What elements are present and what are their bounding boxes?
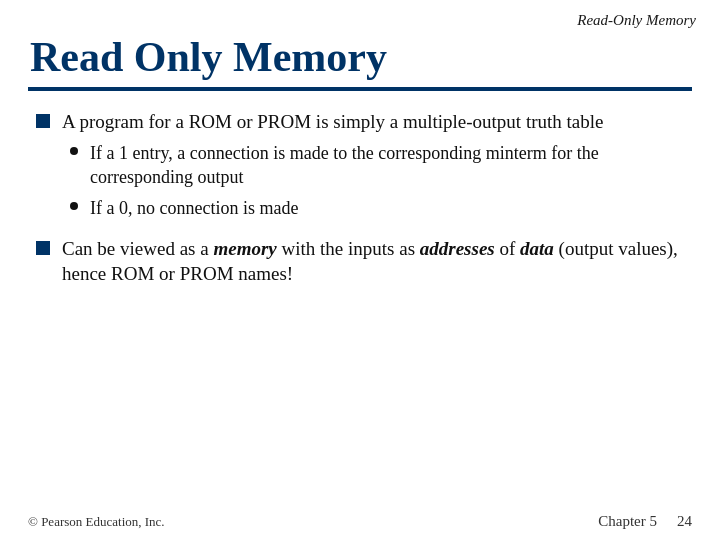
bullet-1-text: A program for a ROM or PROM is simply a … — [62, 111, 603, 132]
bullet-item-2: Can be viewed as a memory with the input… — [36, 236, 684, 287]
main-title: Read Only Memory — [0, 33, 720, 87]
sub-bullet-text-2: If a 0, no connection is made — [90, 196, 684, 220]
bullet-2-text-addresses: addresses — [420, 238, 495, 259]
bullet-2-text-part3: of — [495, 238, 520, 259]
sub-bullets-1: If a 1 entry, a connection is made to th… — [70, 141, 684, 220]
bullet-2-text-part1: Can be viewed as a — [62, 238, 213, 259]
footer-right: Chapter 5 24 — [598, 513, 692, 530]
sub-bullet-dot-icon-1 — [70, 147, 78, 155]
footer: © Pearson Education, Inc. Chapter 5 24 — [0, 513, 720, 530]
sub-bullet-item-2: If a 0, no connection is made — [70, 196, 684, 220]
footer-page-number: 24 — [677, 513, 692, 530]
bullet-2-text-data: data — [520, 238, 554, 259]
content-area: A program for a ROM or PROM is simply a … — [0, 109, 720, 287]
bullet-square-icon-2 — [36, 241, 50, 255]
bullet-text-1: A program for a ROM or PROM is simply a … — [62, 109, 684, 226]
sub-bullet-item-1: If a 1 entry, a connection is made to th… — [70, 141, 684, 190]
footer-copyright: © Pearson Education, Inc. — [28, 514, 165, 530]
sub-bullet-dot-icon-2 — [70, 202, 78, 210]
bullet-text-2: Can be viewed as a memory with the input… — [62, 236, 684, 287]
bullet-item-1: A program for a ROM or PROM is simply a … — [36, 109, 684, 226]
bullet-2-text-part2: with the inputs as — [277, 238, 420, 259]
title-rule — [28, 87, 692, 91]
bullet-2-text-memory: memory — [213, 238, 276, 259]
bullet-square-icon — [36, 114, 50, 128]
top-title: Read-Only Memory — [0, 0, 720, 33]
slide: Read-Only Memory Read Only Memory A prog… — [0, 0, 720, 540]
sub-bullet-text-1: If a 1 entry, a connection is made to th… — [90, 141, 684, 190]
footer-chapter: Chapter 5 — [598, 513, 657, 530]
